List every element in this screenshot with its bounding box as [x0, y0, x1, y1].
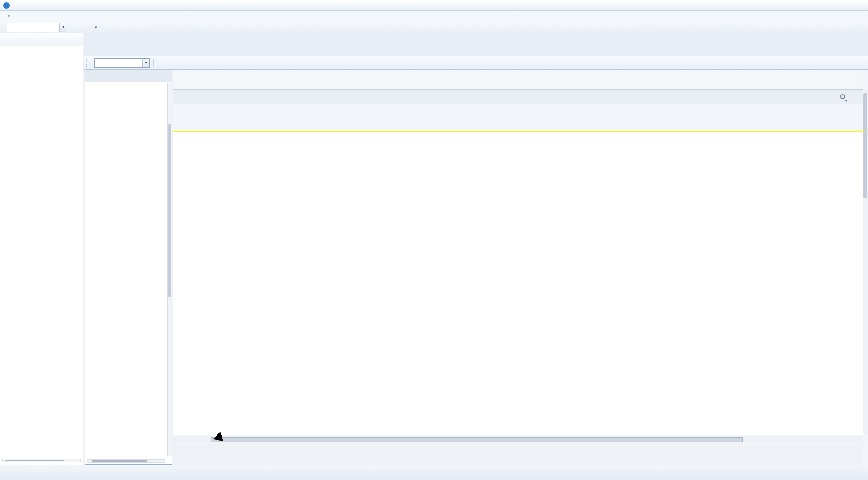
scrollbar-thumb[interactable] — [5, 460, 64, 461]
toolbar-separator — [88, 24, 88, 31]
group-by-row[interactable] — [173, 90, 863, 104]
module-tree-hscrollbar[interactable] — [87, 459, 165, 463]
left-panel-items — [0, 46, 83, 454]
toolbar-grip — [86, 59, 88, 67]
left-panel-hscrollbar[interactable] — [2, 459, 81, 462]
scrollbar-thumb[interactable] — [92, 460, 147, 462]
chevron-down-icon[interactable]: ▾ — [142, 59, 149, 67]
menu-bar: ▾ — [0, 11, 868, 21]
scrollbar-thumb[interactable] — [168, 124, 171, 297]
row-move-toolbar — [173, 444, 863, 465]
relogin-button[interactable] — [72, 26, 79, 29]
chevron-down-icon[interactable]: ▾ — [59, 23, 67, 32]
focused-row-indicator — [173, 131, 865, 132]
module-grid-panel — [173, 70, 868, 465]
left-navigation-panel — [0, 33, 83, 466]
module-toolbar: ▾ — [84, 56, 868, 70]
left-panel-header — [0, 33, 83, 46]
toolbar-separator — [153, 59, 154, 67]
logout-button[interactable] — [79, 26, 86, 29]
current-system-combo[interactable]: ▾ — [7, 23, 67, 32]
scrollbar-thumb[interactable] — [863, 93, 867, 198]
chevron-down-icon: ▾ — [95, 25, 97, 30]
module-tree — [85, 83, 167, 456]
title-bar — [0, 0, 868, 11]
grid-body — [173, 131, 865, 435]
chevron-down-icon: ▾ — [8, 14, 10, 18]
module-panel-tabs — [85, 70, 172, 82]
application-window: ▾ ▾ ▾ ▾ — [0, 0, 868, 480]
module-tree-panel — [85, 70, 172, 465]
grid-vscrollbar[interactable] — [863, 90, 868, 434]
search-icon[interactable] — [840, 94, 845, 99]
tab-scroll-left-button[interactable] — [88, 45, 95, 53]
app-logo-icon — [3, 2, 10, 9]
business-system-combo[interactable]: ▾ — [94, 58, 150, 68]
scrollbar-thumb[interactable] — [211, 437, 743, 442]
grid-hscrollbar[interactable] — [173, 436, 863, 443]
system-bar: ▾ ▾ — [0, 21, 868, 33]
document-tab-strip — [84, 33, 868, 56]
module-tree-vscrollbar[interactable] — [167, 83, 172, 456]
type-legend — [173, 70, 863, 90]
status-bar — [0, 465, 868, 480]
